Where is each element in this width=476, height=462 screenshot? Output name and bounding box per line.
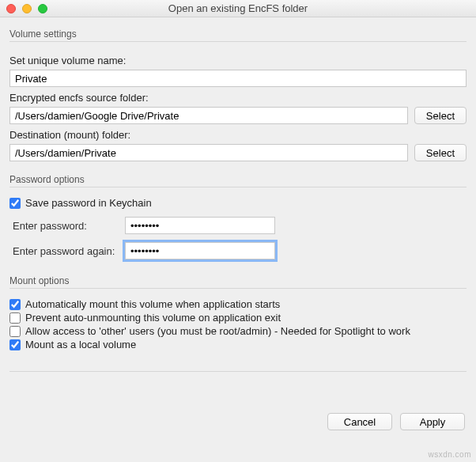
footer-divider — [9, 371, 467, 372]
apply-button[interactable]: Apply — [400, 413, 465, 430]
password-options-label: Password options — [9, 174, 467, 185]
footer-buttons: Cancel Apply — [327, 413, 465, 430]
watermark-text: wsxdn.com — [428, 450, 471, 459]
mount-options-label: Mount options — [9, 275, 467, 286]
window-title: Open an existing EncFS folder — [6, 2, 470, 14]
password-input[interactable] — [125, 217, 275, 234]
allow-other-checkbox[interactable] — [9, 326, 21, 337]
minimize-icon[interactable] — [22, 4, 32, 13]
local-volume-label: Mount as a local volume — [25, 339, 136, 350]
password-options-group: Save password in Keychain Enter password… — [9, 187, 467, 267]
dest-select-button[interactable]: Select — [414, 144, 467, 161]
password-label: Enter password: — [9, 220, 120, 232]
window-controls — [6, 4, 47, 13]
titlebar: Open an existing EncFS folder — [0, 0, 476, 17]
volume-settings-label: Volume settings — [9, 28, 467, 40]
source-select-button[interactable]: Select — [414, 107, 467, 124]
save-keychain-label: Save password in Keychain — [25, 197, 152, 209]
prevent-unmount-label: Prevent auto-unmounting this volume on a… — [25, 312, 281, 324]
cancel-button[interactable]: Cancel — [327, 413, 392, 430]
password-again-input[interactable] — [125, 242, 275, 259]
source-folder-label: Encrypted encfs source folder: — [9, 92, 467, 104]
source-folder-input[interactable] — [9, 107, 408, 124]
close-icon[interactable] — [6, 4, 16, 13]
dest-folder-input[interactable] — [9, 144, 408, 161]
volume-settings-group: Set unique volume name: Encrypted encfs … — [9, 41, 467, 166]
local-volume-checkbox[interactable] — [9, 339, 21, 350]
prevent-unmount-checkbox[interactable] — [9, 312, 21, 324]
volume-name-input[interactable] — [9, 70, 467, 87]
zoom-icon[interactable] — [38, 4, 47, 13]
save-keychain-checkbox[interactable] — [9, 198, 21, 209]
password-again-label: Enter password again: — [9, 245, 120, 257]
dest-folder-label: Destination (mount) folder: — [9, 129, 467, 141]
allow-other-label: Allow access to 'other' users (you must … — [25, 325, 410, 337]
auto-mount-label: Automatically mount this volume when app… — [25, 298, 280, 310]
mount-options-group: Automatically mount this volume when app… — [9, 288, 467, 357]
volume-name-label: Set unique volume name: — [9, 55, 467, 66]
auto-mount-checkbox[interactable] — [9, 299, 21, 310]
